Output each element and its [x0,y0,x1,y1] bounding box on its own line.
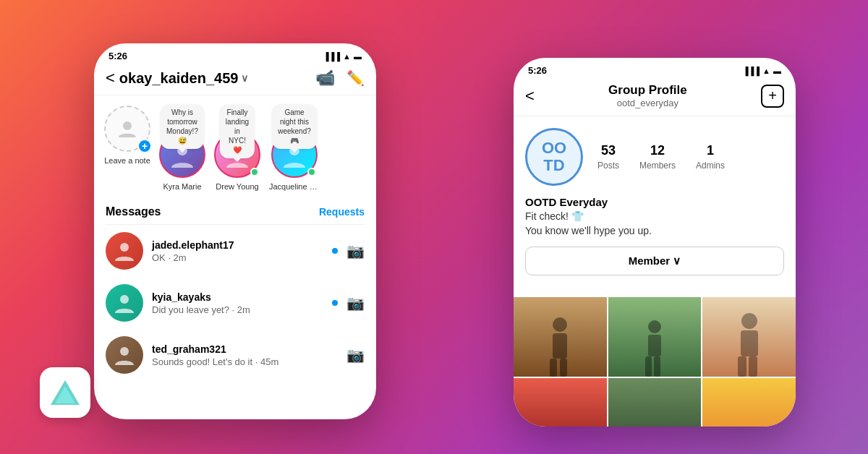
svg-rect-14 [654,356,660,377]
group-avatar-text: OOTD [542,140,566,174]
story-drew-young[interactable]: Finally landing in NYC! ❤️ Drew Young [214,132,260,191]
group-profile-body: OOTD 53 Posts 12 Members 1 Admins OOTD E… [514,116,796,297]
svg-point-11 [648,320,661,333]
jacqueline-online-indicator [307,168,316,176]
unread-dot-1 [332,248,338,254]
svg-point-0 [123,121,132,130]
kyra-name: Kyra Marie [163,182,201,191]
left-status-icons: ▐▐▐ ▲ ▬ [323,52,362,61]
left-phone: 5:26 ▐▐▐ ▲ ▬ < okay_kaiden_459 ∨ 📹 ✏️ [94,43,376,419]
dm-header-left[interactable]: < okay_kaiden_459 ∨ [106,69,248,87]
msg-preview-3: Sounds good! Let's do it · 45m [152,356,338,367]
drew-avatar-wrap: Finally landing in NYC! ❤️ [214,132,260,178]
right-status-bar: 5:26 ▐▐▐ ▲ ▬ [514,58,796,80]
svg-point-6 [120,347,129,356]
msg-preview-1: OK · 2m [152,252,323,263]
back-arrow-icon[interactable]: < [106,69,115,87]
back-button[interactable]: < [525,87,535,106]
stat-posts: 53 Posts [597,143,619,171]
photo-grid [514,297,796,427]
right-wifi-icon: ▲ [762,67,770,75]
svg-rect-16 [741,330,758,356]
msg-avatar-2 [106,284,143,322]
story-jacqueline-lam[interactable]: Game night this weekend? 🎮 Jacqueline La… [269,132,320,191]
msg-preview-2: Did you leave yet? · 2m [152,304,323,315]
group-title-wrap: Group Profile ootd_everyday [535,83,761,108]
jacqueline-avatar-wrap: Game night this weekend? 🎮 [271,132,318,178]
svg-point-7 [553,317,567,332]
group-desc-line2: You know we'll hype you up. [525,225,652,236]
message-item-3[interactable]: ted_graham321 Sounds good! Let's do it ·… [94,329,376,381]
msg-username-1: jaded.elephant17 [152,239,323,251]
group-avatar: OOTD [525,128,583,186]
group-add-button[interactable]: + [761,85,784,108]
stat-posts-number: 53 [597,143,619,158]
story-kyra-marie[interactable]: Why is tomorrow Monday!? 😅 Kyra Marie [159,132,205,191]
photo-cell-1[interactable] [514,297,607,377]
stat-posts-label: Posts [597,160,619,171]
dm-header: < okay_kaiden_459 ∨ 📹 ✏️ [94,66,376,95]
svg-rect-8 [553,333,567,359]
app-logo [40,367,90,418]
svg-rect-10 [560,359,567,377]
group-description: Fit check! 👕 You know we'll hype you up. [525,210,784,238]
right-time: 5:26 [528,65,547,76]
photo-cell-3[interactable] [702,297,796,377]
camera-icon-2[interactable]: 📷 [346,294,365,312]
right-battery-icon: ▬ [773,67,781,75]
requests-link[interactable]: Requests [319,206,365,218]
chevron-down-icon: ∨ [241,72,248,84]
leave-note-label: Leave a note [104,156,150,165]
stat-admins-label: Admins [696,160,725,171]
msg-right-1: 📷 [332,242,365,260]
member-button-label: Member ∨ [629,254,681,267]
msg-username-2: kyia_kayaks [152,291,323,303]
msg-info-2: kyia_kayaks Did you leave yet? · 2m [152,291,323,315]
stat-members-number: 12 [639,143,676,158]
logo-icon [49,379,81,406]
add-note-plus: + [137,139,152,153]
jacqueline-note-bubble: Game night this weekend? 🎮 [272,104,317,149]
battery-icon: ▬ [354,52,362,61]
messages-title: Messages [106,205,161,218]
member-button[interactable]: Member ∨ [525,247,784,275]
photo-cell-5[interactable] [608,378,702,427]
msg-avatar-1 [106,232,143,270]
leave-note-avatar-wrap: + [104,106,150,152]
photo-person-1 [540,312,580,377]
compose-icon[interactable]: ✏️ [346,69,365,87]
group-name: OOTD Everyday [525,196,784,208]
add-icon: + [768,87,777,104]
group-subtitle: ootd_everyday [535,98,761,108]
msg-info-3: ted_graham321 Sounds good! Let's do it ·… [152,343,338,367]
drew-name: Drew Young [216,182,258,191]
photo-cell-6[interactable] [702,378,796,427]
svg-rect-9 [550,359,557,377]
drew-note-bubble: Finally landing in NYC! ❤️ [220,104,255,158]
group-stats: 53 Posts 12 Members 1 Admins [597,143,725,171]
camera-icon-1[interactable]: 📷 [346,242,365,260]
dm-username: okay_kaiden_459 [119,70,239,87]
stat-admins-number: 1 [696,143,725,158]
photo-cell-4[interactable] [514,378,607,427]
message-item-2[interactable]: kyia_kayaks Did you leave yet? · 2m 📷 [94,277,376,329]
msg-right-3: 📷 [346,346,365,364]
kyra-avatar-wrap: Why is tomorrow Monday!? 😅 [159,132,205,178]
photo-person-2 [637,315,673,377]
camera-icon-3[interactable]: 📷 [346,346,365,364]
right-signal-icon: ▐▐▐ [743,67,760,75]
story-leave-note[interactable]: + Leave a note [104,106,150,191]
group-info-row: OOTD 53 Posts 12 Members 1 Admins [525,128,784,186]
message-item-1[interactable]: jaded.elephant17 OK · 2m 📷 [94,225,376,277]
msg-avatar-3 [106,336,143,374]
kyra-note-bubble: Why is tomorrow Monday!? 😅 [161,104,204,149]
msg-info-1: jaded.elephant17 OK · 2m [152,239,323,263]
group-desc-line1: Fit check! 👕 [525,210,584,222]
stat-members-label: Members [639,160,676,171]
photo-cell-2[interactable] [608,297,702,377]
dm-header-icons: 📹 ✏️ [315,69,365,87]
video-icon[interactable]: 📹 [315,69,335,87]
drew-online-indicator [250,168,259,176]
msg-username-3: ted_graham321 [152,343,338,355]
jacqueline-name: Jacqueline Lam [269,182,320,191]
